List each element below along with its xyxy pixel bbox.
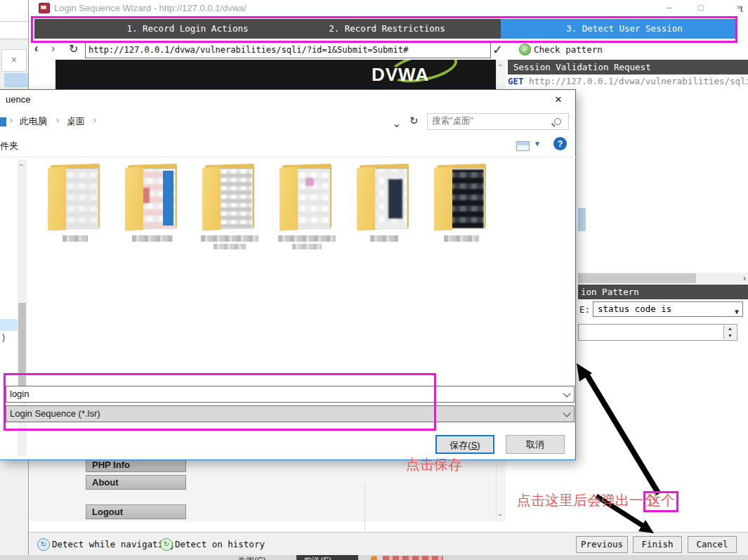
status-code-value: status code is — [598, 304, 671, 314]
folder-name-blurred — [132, 235, 173, 242]
confirm-check-icon[interactable]: ✓ — [492, 42, 503, 58]
filetype-value: Login Sequence (*.lsr) — [10, 408, 100, 419]
dialog-close-icon[interactable]: × — [548, 91, 569, 108]
save-label: 保存( — [450, 440, 471, 450]
view-mode-icon[interactable] — [516, 141, 530, 151]
spinner-arrows-icon[interactable]: ▲▼ — [723, 325, 736, 339]
panel-scroll-thumb-fragment[interactable] — [578, 208, 586, 231]
back-icon[interactable]: ‹ — [34, 42, 38, 55]
pattern-scroll-thumb[interactable] — [578, 273, 696, 283]
dialog-refresh-icon[interactable]: ↻ — [409, 115, 419, 127]
status-code-dropdown[interactable]: status code is ▼ — [593, 301, 743, 317]
search-box[interactable] — [427, 113, 569, 130]
minimize-button[interactable]: – — [657, 1, 681, 14]
filename-input[interactable] — [8, 388, 552, 400]
detect-navigating-icon: ↻ — [37, 538, 50, 551]
pattern-label-fragment: E: — [579, 304, 590, 315]
scroll-down-icon[interactable]: ‹ — [497, 514, 504, 516]
pattern-header-fragment: ion Pattern — [578, 285, 748, 299]
pattern-scroll-right-icon[interactable]: › — [743, 273, 746, 283]
left-pane-text-fragment: ) — [2, 332, 5, 342]
breadcrumb-this-pc[interactable]: 此电脑 — [20, 115, 47, 128]
pattern-value-spinner[interactable]: ▲▼ — [578, 324, 737, 341]
folder-name-blurred — [278, 235, 336, 242]
pattern-horizontal-scrollbar[interactable]: › — [578, 273, 748, 284]
dvwa-logo: DVWA — [372, 64, 429, 86]
save-file-dialog: uence × › 此电脑 › 桌面 › ⌄ ↻ 件夹 ▼ ? ‹ ) — [0, 89, 576, 460]
filename-combobox[interactable] — [6, 386, 575, 403]
detect-history-label[interactable]: Detect on history — [175, 539, 265, 549]
toolbar-separator — [0, 157, 576, 157]
folder-icon — [357, 164, 412, 230]
folder-item[interactable] — [273, 164, 341, 256]
dvwa-logout-button[interactable]: Logout — [86, 504, 186, 519]
send-button-fragment[interactable]: 发送(S) — [296, 555, 358, 560]
maximize-button[interactable]: □ — [689, 1, 713, 14]
folder-item[interactable] — [119, 164, 186, 256]
folder-item[interactable] — [196, 164, 263, 256]
wizard-step1[interactable]: 1. Record Login Actions — [126, 23, 248, 34]
folder-item[interactable] — [41, 164, 109, 256]
dvwa-about-button[interactable]: About — [86, 475, 186, 490]
folder-icon — [202, 164, 257, 230]
background-selection-fragment — [4, 73, 28, 87]
help-icon[interactable]: ? — [553, 137, 567, 150]
forward-icon[interactable]: › — [51, 42, 55, 55]
folder-item[interactable] — [350, 164, 418, 256]
save-label-end: ) — [477, 440, 480, 450]
detect-navigating-label[interactable]: Detect while navigating — [52, 539, 173, 549]
background-toolbar-row2 — [0, 22, 28, 39]
previous-button[interactable]: Previous — [576, 536, 628, 553]
filetype-combobox[interactable]: Login Sequence (*.lsr) — [6, 405, 575, 422]
scroll-up-icon[interactable]: ‹ — [497, 64, 504, 66]
dropdown-caret-icon: ▼ — [735, 305, 739, 319]
request-url: http://127.0.0.1/dvwa/vulnerabilities/sq… — [529, 76, 748, 86]
panel-close-icon[interactable]: × — [1, 49, 27, 72]
left-pane-selected-item[interactable] — [0, 319, 18, 331]
window-title: Login Sequence Wizard - http://127.0.0.1… — [54, 3, 247, 13]
close-button-fragment[interactable]: 关闭(C) — [237, 555, 266, 560]
folder-name-blurred — [214, 244, 246, 249]
send-label: 发送(S) — [303, 556, 332, 560]
wizard-step2[interactable]: 2. Record Restrictions — [329, 23, 445, 34]
save-button[interactable]: 保存(S) — [435, 435, 494, 454]
wizard-step3[interactable]: 3. Detect User Session — [566, 23, 683, 34]
detect-history-icon: ↻ — [160, 538, 173, 551]
breadcrumb-desktop[interactable]: 桌面 — [67, 115, 85, 128]
folder-item[interactable] — [428, 164, 495, 256]
check-pattern-label[interactable]: Check pattern — [534, 44, 603, 55]
folder-icon — [280, 164, 334, 230]
pane-scroll-up-icon[interactable]: ‹ — [18, 164, 25, 166]
title-bar[interactable]: Login Sequence Wizard - http://127.0.0.1… — [29, 0, 748, 16]
url-input[interactable] — [85, 41, 491, 58]
check-pattern-icon: ✓ — [519, 44, 531, 56]
search-icon — [554, 118, 561, 125]
annotation-click-save: 点击保存 — [406, 455, 462, 474]
search-input[interactable] — [431, 115, 551, 126]
combo-chevron-icon[interactable] — [563, 409, 570, 417]
finish-button[interactable]: Finish — [633, 536, 682, 553]
wizard-steps-bar: 1. Record Login Actions 2. Record Restri… — [34, 19, 737, 39]
close-button[interactable]: × — [727, 1, 748, 14]
screenshot-stage: × Login Sequence Wizard - http://127.0.0… — [0, 0, 748, 560]
dialog-cancel-button[interactable]: 取消 — [506, 435, 565, 454]
dialog-title-fragment: uence — [6, 94, 30, 105]
folder-name-blurred — [444, 235, 479, 242]
folder-name-blurred — [201, 235, 258, 242]
combo-chevron-icon[interactable] — [563, 389, 570, 397]
status-dot-icon — [371, 556, 377, 560]
request-method: GET — [508, 76, 524, 86]
session-request-line: GET http://127.0.0.1/dvwa/vulnerabilitie… — [508, 76, 748, 86]
app-icon — [39, 3, 50, 13]
breadcrumb-location-icon — [0, 117, 6, 126]
session-validation-header: Session Validation Request — [508, 60, 748, 74]
refresh-icon[interactable]: ↻ — [69, 42, 78, 56]
address-dropdown-icon[interactable]: ⌄ — [392, 117, 401, 130]
new-folder-button-fragment[interactable]: 件夹 — [0, 140, 18, 152]
view-mode-caret-icon[interactable]: ▼ — [534, 140, 541, 148]
clipped-text-fragment: t — [740, 4, 743, 15]
breadcrumb-chevron-icon: › — [93, 115, 96, 125]
cancel-button[interactable]: Cancel — [688, 536, 737, 553]
pane-scroll-thumb[interactable] — [18, 303, 26, 391]
wizard-footer: ↻ Detect while navigating ↻ Detect on hi… — [29, 532, 748, 556]
